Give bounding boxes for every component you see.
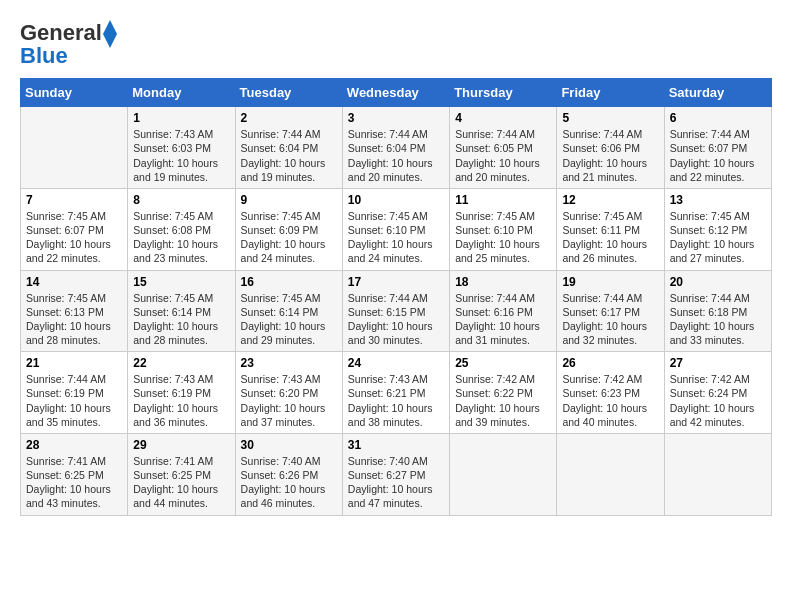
day-cell bbox=[21, 107, 128, 189]
day-cell: 8Sunrise: 7:45 AMSunset: 6:08 PMDaylight… bbox=[128, 188, 235, 270]
day-cell: 14Sunrise: 7:45 AMSunset: 6:13 PMDayligh… bbox=[21, 270, 128, 352]
header-tuesday: Tuesday bbox=[235, 79, 342, 107]
day-cell: 16Sunrise: 7:45 AMSunset: 6:14 PMDayligh… bbox=[235, 270, 342, 352]
header-friday: Friday bbox=[557, 79, 664, 107]
day-cell: 24Sunrise: 7:43 AMSunset: 6:21 PMDayligh… bbox=[342, 352, 449, 434]
day-info: Sunrise: 7:44 AMSunset: 6:18 PMDaylight:… bbox=[670, 291, 766, 348]
day-cell: 15Sunrise: 7:45 AMSunset: 6:14 PMDayligh… bbox=[128, 270, 235, 352]
day-cell: 1Sunrise: 7:43 AMSunset: 6:03 PMDaylight… bbox=[128, 107, 235, 189]
day-info: Sunrise: 7:40 AMSunset: 6:26 PMDaylight:… bbox=[241, 454, 337, 511]
day-number: 23 bbox=[241, 356, 337, 370]
day-info: Sunrise: 7:41 AMSunset: 6:25 PMDaylight:… bbox=[133, 454, 229, 511]
day-cell: 19Sunrise: 7:44 AMSunset: 6:17 PMDayligh… bbox=[557, 270, 664, 352]
day-info: Sunrise: 7:44 AMSunset: 6:07 PMDaylight:… bbox=[670, 127, 766, 184]
day-info: Sunrise: 7:43 AMSunset: 6:19 PMDaylight:… bbox=[133, 372, 229, 429]
day-info: Sunrise: 7:45 AMSunset: 6:10 PMDaylight:… bbox=[348, 209, 444, 266]
day-info: Sunrise: 7:45 AMSunset: 6:11 PMDaylight:… bbox=[562, 209, 658, 266]
day-cell: 27Sunrise: 7:42 AMSunset: 6:24 PMDayligh… bbox=[664, 352, 771, 434]
day-number: 25 bbox=[455, 356, 551, 370]
day-number: 10 bbox=[348, 193, 444, 207]
day-cell: 29Sunrise: 7:41 AMSunset: 6:25 PMDayligh… bbox=[128, 433, 235, 515]
day-info: Sunrise: 7:44 AMSunset: 6:16 PMDaylight:… bbox=[455, 291, 551, 348]
svg-marker-0 bbox=[103, 20, 117, 48]
day-number: 26 bbox=[562, 356, 658, 370]
header-monday: Monday bbox=[128, 79, 235, 107]
calendar-header-row: SundayMondayTuesdayWednesdayThursdayFrid… bbox=[21, 79, 772, 107]
logo-general: General bbox=[20, 20, 102, 45]
day-number: 11 bbox=[455, 193, 551, 207]
day-number: 19 bbox=[562, 275, 658, 289]
day-cell: 30Sunrise: 7:40 AMSunset: 6:26 PMDayligh… bbox=[235, 433, 342, 515]
day-cell: 25Sunrise: 7:42 AMSunset: 6:22 PMDayligh… bbox=[450, 352, 557, 434]
header-sunday: Sunday bbox=[21, 79, 128, 107]
day-number: 5 bbox=[562, 111, 658, 125]
day-number: 31 bbox=[348, 438, 444, 452]
day-number: 7 bbox=[26, 193, 122, 207]
day-cell: 7Sunrise: 7:45 AMSunset: 6:07 PMDaylight… bbox=[21, 188, 128, 270]
day-number: 9 bbox=[241, 193, 337, 207]
day-number: 16 bbox=[241, 275, 337, 289]
day-number: 8 bbox=[133, 193, 229, 207]
day-cell: 22Sunrise: 7:43 AMSunset: 6:19 PMDayligh… bbox=[128, 352, 235, 434]
day-info: Sunrise: 7:40 AMSunset: 6:27 PMDaylight:… bbox=[348, 454, 444, 511]
day-number: 13 bbox=[670, 193, 766, 207]
day-number: 1 bbox=[133, 111, 229, 125]
day-cell bbox=[450, 433, 557, 515]
day-number: 6 bbox=[670, 111, 766, 125]
day-number: 17 bbox=[348, 275, 444, 289]
day-cell: 3Sunrise: 7:44 AMSunset: 6:04 PMDaylight… bbox=[342, 107, 449, 189]
day-info: Sunrise: 7:45 AMSunset: 6:09 PMDaylight:… bbox=[241, 209, 337, 266]
day-info: Sunrise: 7:42 AMSunset: 6:23 PMDaylight:… bbox=[562, 372, 658, 429]
day-cell: 28Sunrise: 7:41 AMSunset: 6:25 PMDayligh… bbox=[21, 433, 128, 515]
day-cell: 17Sunrise: 7:44 AMSunset: 6:15 PMDayligh… bbox=[342, 270, 449, 352]
day-info: Sunrise: 7:45 AMSunset: 6:14 PMDaylight:… bbox=[133, 291, 229, 348]
day-info: Sunrise: 7:45 AMSunset: 6:08 PMDaylight:… bbox=[133, 209, 229, 266]
day-info: Sunrise: 7:44 AMSunset: 6:15 PMDaylight:… bbox=[348, 291, 444, 348]
day-info: Sunrise: 7:45 AMSunset: 6:13 PMDaylight:… bbox=[26, 291, 122, 348]
day-cell bbox=[664, 433, 771, 515]
day-number: 27 bbox=[670, 356, 766, 370]
day-number: 3 bbox=[348, 111, 444, 125]
day-info: Sunrise: 7:45 AMSunset: 6:12 PMDaylight:… bbox=[670, 209, 766, 266]
day-cell: 11Sunrise: 7:45 AMSunset: 6:10 PMDayligh… bbox=[450, 188, 557, 270]
header-wednesday: Wednesday bbox=[342, 79, 449, 107]
day-cell: 13Sunrise: 7:45 AMSunset: 6:12 PMDayligh… bbox=[664, 188, 771, 270]
day-number: 21 bbox=[26, 356, 122, 370]
day-number: 30 bbox=[241, 438, 337, 452]
logo-blue: Blue bbox=[20, 43, 68, 68]
week-row-4: 21Sunrise: 7:44 AMSunset: 6:19 PMDayligh… bbox=[21, 352, 772, 434]
day-info: Sunrise: 7:42 AMSunset: 6:22 PMDaylight:… bbox=[455, 372, 551, 429]
day-info: Sunrise: 7:41 AMSunset: 6:25 PMDaylight:… bbox=[26, 454, 122, 511]
header-thursday: Thursday bbox=[450, 79, 557, 107]
page-header: General Blue bbox=[20, 20, 772, 68]
week-row-1: 1Sunrise: 7:43 AMSunset: 6:03 PMDaylight… bbox=[21, 107, 772, 189]
day-info: Sunrise: 7:42 AMSunset: 6:24 PMDaylight:… bbox=[670, 372, 766, 429]
day-number: 28 bbox=[26, 438, 122, 452]
day-info: Sunrise: 7:45 AMSunset: 6:14 PMDaylight:… bbox=[241, 291, 337, 348]
day-info: Sunrise: 7:43 AMSunset: 6:20 PMDaylight:… bbox=[241, 372, 337, 429]
day-info: Sunrise: 7:44 AMSunset: 6:06 PMDaylight:… bbox=[562, 127, 658, 184]
day-number: 29 bbox=[133, 438, 229, 452]
day-cell: 6Sunrise: 7:44 AMSunset: 6:07 PMDaylight… bbox=[664, 107, 771, 189]
week-row-2: 7Sunrise: 7:45 AMSunset: 6:07 PMDaylight… bbox=[21, 188, 772, 270]
day-cell: 12Sunrise: 7:45 AMSunset: 6:11 PMDayligh… bbox=[557, 188, 664, 270]
day-cell: 10Sunrise: 7:45 AMSunset: 6:10 PMDayligh… bbox=[342, 188, 449, 270]
day-number: 12 bbox=[562, 193, 658, 207]
day-info: Sunrise: 7:43 AMSunset: 6:03 PMDaylight:… bbox=[133, 127, 229, 184]
day-number: 2 bbox=[241, 111, 337, 125]
day-info: Sunrise: 7:45 AMSunset: 6:07 PMDaylight:… bbox=[26, 209, 122, 266]
day-number: 20 bbox=[670, 275, 766, 289]
day-info: Sunrise: 7:44 AMSunset: 6:19 PMDaylight:… bbox=[26, 372, 122, 429]
day-number: 4 bbox=[455, 111, 551, 125]
day-info: Sunrise: 7:44 AMSunset: 6:04 PMDaylight:… bbox=[241, 127, 337, 184]
day-number: 14 bbox=[26, 275, 122, 289]
day-info: Sunrise: 7:45 AMSunset: 6:10 PMDaylight:… bbox=[455, 209, 551, 266]
day-cell: 23Sunrise: 7:43 AMSunset: 6:20 PMDayligh… bbox=[235, 352, 342, 434]
day-info: Sunrise: 7:43 AMSunset: 6:21 PMDaylight:… bbox=[348, 372, 444, 429]
calendar-table: SundayMondayTuesdayWednesdayThursdayFrid… bbox=[20, 78, 772, 515]
header-saturday: Saturday bbox=[664, 79, 771, 107]
day-cell: 4Sunrise: 7:44 AMSunset: 6:05 PMDaylight… bbox=[450, 107, 557, 189]
day-number: 24 bbox=[348, 356, 444, 370]
day-info: Sunrise: 7:44 AMSunset: 6:17 PMDaylight:… bbox=[562, 291, 658, 348]
day-cell: 5Sunrise: 7:44 AMSunset: 6:06 PMDaylight… bbox=[557, 107, 664, 189]
